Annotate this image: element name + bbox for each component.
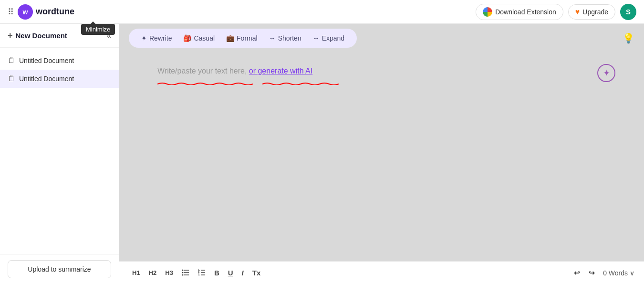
nav-left: ⠿ w wordtune bbox=[8, 4, 74, 20]
bold-button[interactable]: B bbox=[211, 267, 223, 279]
rewrite-button[interactable]: ✦ Rewrite bbox=[136, 32, 177, 44]
logo-text: wordtune bbox=[36, 7, 74, 17]
shorten-label: Shorten bbox=[278, 34, 301, 42]
bullet-list-button[interactable] bbox=[178, 266, 193, 279]
word-count-label: 0 Words bbox=[603, 269, 628, 277]
sidebar-footer: Upload to summarize bbox=[0, 254, 119, 284]
casual-button[interactable]: 🎒 Casual bbox=[178, 32, 219, 44]
wordtune-logo[interactable]: w wordtune bbox=[18, 4, 74, 20]
underline-button[interactable]: U bbox=[225, 267, 237, 279]
h2-button[interactable]: H2 bbox=[145, 267, 160, 278]
h1-button[interactable]: H1 bbox=[129, 267, 144, 278]
svg-point-2 bbox=[182, 272, 183, 273]
editor-placeholder-text: Write/paste your text here, or generate … bbox=[157, 67, 606, 75]
expand-label: Expand bbox=[322, 34, 344, 42]
placeholder-text: Write/paste your text here, bbox=[157, 67, 249, 75]
plus-icon: + bbox=[8, 31, 13, 41]
chrome-icon bbox=[483, 7, 492, 17]
spell-check-indicators bbox=[157, 81, 606, 85]
top-nav: ⠿ w wordtune Download Extension ♥ Upgrad… bbox=[0, 0, 644, 24]
list-item[interactable]: 🗒 Untitled Document bbox=[0, 70, 119, 88]
doc-item-label: Untitled Document bbox=[19, 75, 74, 83]
logo-icon: w bbox=[18, 4, 33, 20]
squiggle-1 bbox=[157, 81, 253, 85]
heart-icon: ♥ bbox=[575, 8, 580, 16]
new-document-button[interactable]: + New Document bbox=[8, 31, 67, 41]
svg-point-0 bbox=[182, 270, 183, 271]
formal-button[interactable]: 💼 Formal bbox=[221, 32, 262, 44]
doc-list: 🗒 Untitled Document 🗒 Untitled Document bbox=[0, 48, 119, 254]
expand-button[interactable]: ↔ Expand bbox=[308, 32, 349, 44]
nav-right: Download Extension ♥ Upgrade S bbox=[476, 4, 636, 20]
new-doc-label: New Document bbox=[16, 32, 67, 40]
document-icon: 🗒 bbox=[8, 56, 15, 65]
svg-text:3.: 3. bbox=[198, 273, 200, 276]
squiggle-2 bbox=[262, 81, 339, 85]
word-count[interactable]: 0 Words ∨ bbox=[603, 269, 634, 277]
ai-tools: ✦ Rewrite 🎒 Casual 💼 Formal ↔ Shorten ↔ bbox=[129, 29, 357, 48]
user-avatar[interactable]: S bbox=[620, 4, 636, 20]
shorten-icon: ↔ bbox=[269, 34, 276, 42]
main-body: + New Document « 🗒 Untitled Document 🗒 U… bbox=[0, 24, 644, 284]
casual-icon: 🎒 bbox=[183, 34, 191, 42]
upgrade-label: Upgrade bbox=[582, 8, 608, 16]
italic-button[interactable]: I bbox=[239, 267, 247, 279]
expand-icon: ↔ bbox=[313, 34, 320, 42]
redo-button[interactable]: ↪ bbox=[585, 267, 598, 279]
ai-sparkle-button[interactable]: ✦ bbox=[597, 64, 615, 82]
sparkle-icon: ✦ bbox=[603, 68, 610, 78]
editor-content[interactable]: Write/paste your text here, or generate … bbox=[119, 53, 644, 261]
editor-toolbar-top: ✦ Rewrite 🎒 Casual 💼 Formal ↔ Shorten ↔ bbox=[119, 24, 644, 53]
lightbulb-icon: 💡 bbox=[623, 33, 634, 43]
svg-point-4 bbox=[182, 274, 183, 276]
rewrite-icon: ✦ bbox=[141, 34, 147, 42]
right-tools: ↩ ↪ 0 Words ∨ bbox=[571, 267, 634, 279]
format-tools: H1 H2 H3 1. bbox=[129, 266, 264, 279]
undo-button[interactable]: ↩ bbox=[571, 267, 583, 279]
strikethrough-button[interactable]: Tx bbox=[249, 267, 264, 279]
shorten-button[interactable]: ↔ Shorten bbox=[264, 32, 306, 44]
ordered-list-button[interactable]: 1. 2. 3. bbox=[195, 266, 209, 279]
generate-with-ai-link[interactable]: or generate with AI bbox=[249, 67, 312, 75]
formal-label: Formal bbox=[237, 34, 258, 42]
minimize-tooltip: Minimize bbox=[81, 24, 115, 35]
list-item[interactable]: 🗒 Untitled Document bbox=[0, 52, 119, 70]
upgrade-button[interactable]: ♥ Upgrade bbox=[568, 4, 615, 20]
download-extension-button[interactable]: Download Extension bbox=[476, 4, 563, 20]
sidebar: + New Document « 🗒 Untitled Document 🗒 U… bbox=[0, 24, 119, 284]
document-icon: 🗒 bbox=[8, 74, 15, 83]
editor-toolbar-bottom: H1 H2 H3 1. bbox=[119, 261, 644, 284]
formal-icon: 💼 bbox=[226, 34, 234, 42]
editor-area: ✦ Rewrite 🎒 Casual 💼 Formal ↔ Shorten ↔ bbox=[119, 24, 644, 284]
h3-button[interactable]: H3 bbox=[162, 267, 177, 278]
rewrite-label: Rewrite bbox=[149, 34, 172, 42]
upload-to-summarize-button[interactable]: Upload to summarize bbox=[8, 260, 111, 278]
casual-label: Casual bbox=[194, 34, 215, 42]
lightbulb-button[interactable]: 💡 bbox=[623, 32, 634, 44]
undo-redo-group: ↩ ↪ bbox=[571, 267, 598, 279]
doc-item-label: Untitled Document bbox=[19, 57, 74, 64]
download-ext-label: Download Extension bbox=[495, 8, 556, 16]
chevron-down-icon: ∨ bbox=[630, 269, 634, 277]
grid-icon[interactable]: ⠿ bbox=[8, 7, 14, 17]
